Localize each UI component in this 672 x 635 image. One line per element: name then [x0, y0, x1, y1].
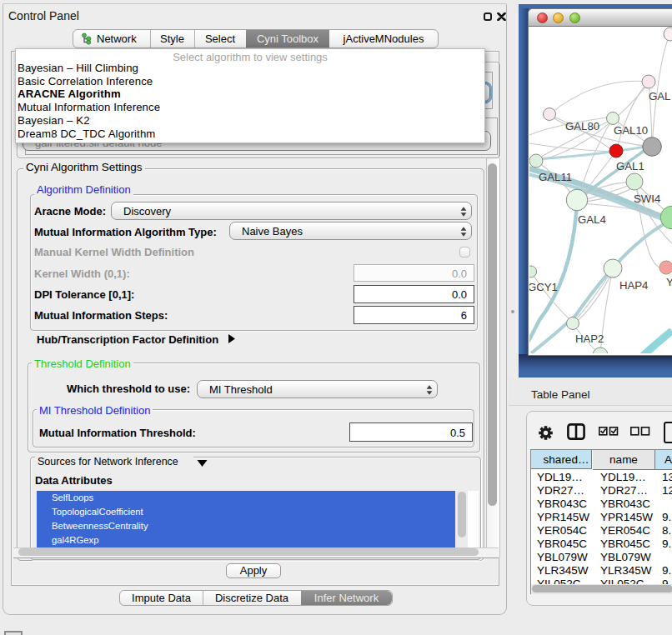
svg-text:GAL1: GAL1 [616, 160, 644, 172]
svg-text:GCY1: GCY1 [529, 281, 558, 293]
svg-text:SWI4: SWI4 [634, 192, 660, 205]
svg-text:HAP2: HAP2 [575, 332, 604, 345]
svg-text:GAL4: GAL4 [578, 213, 606, 226]
svg-text:Y: Y [666, 276, 672, 288]
svg-text:HAP4: HAP4 [619, 279, 648, 292]
svg-text:GAL10: GAL10 [614, 124, 648, 137]
svg-text:GAL: GAL [649, 90, 670, 102]
svg-text:GAL11: GAL11 [539, 171, 572, 183]
svg-text:GAL80: GAL80 [565, 120, 599, 132]
